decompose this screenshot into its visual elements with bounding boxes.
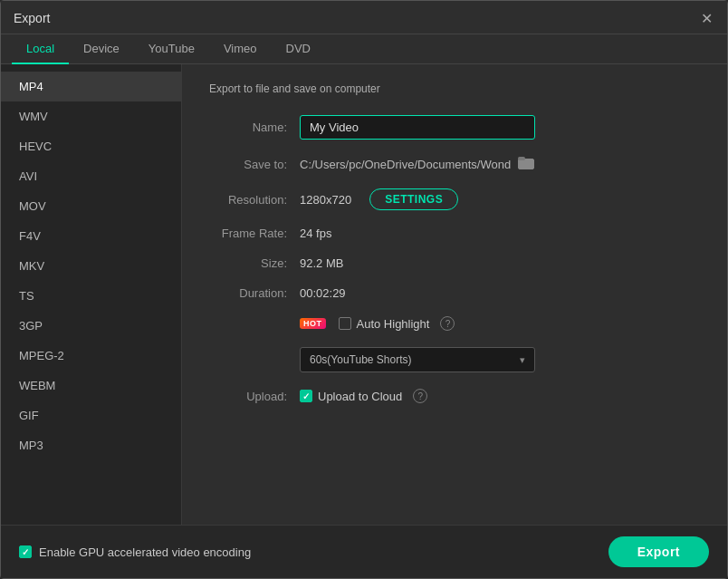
sidebar-item-mpeg2[interactable]: MPEG-2	[1, 341, 181, 371]
gpu-row: Enable GPU accelerated video encoding	[19, 545, 251, 559]
dropdown-arrow-icon: ▾	[520, 354, 525, 366]
svg-rect-1	[519, 158, 525, 160]
bottom-bar: Enable GPU accelerated video encoding Ex…	[1, 525, 727, 578]
duration-label: Duration:	[209, 286, 300, 300]
tab-dvd[interactable]: DVD	[272, 34, 325, 64]
size-row: Size: 92.2 MB	[209, 256, 700, 270]
frame-rate-row: Frame Rate: 24 fps	[209, 227, 700, 240]
save-path-text: C:/Users/pc/OneDrive/Documents/Wond	[300, 158, 511, 171]
window-title: Export	[14, 11, 50, 25]
content-area: MP4 WMV HEVC AVI MOV F4V MKV TS 3GP MPEG…	[1, 64, 727, 525]
tab-youtube[interactable]: YouTube	[134, 34, 209, 64]
duration-value: 00:02:29	[300, 286, 346, 300]
duration-row: Duration: 00:02:29	[209, 286, 700, 300]
auto-highlight-label: Auto Highlight	[357, 317, 430, 331]
export-window: Export ✕ Local Device YouTube Vimeo DVD …	[0, 0, 728, 579]
tab-bar: Local Device YouTube Vimeo DVD	[1, 34, 727, 64]
svg-rect-0	[519, 159, 534, 169]
auto-highlight-checkbox[interactable]	[339, 317, 351, 330]
title-bar: Export ✕	[1, 1, 727, 34]
export-button[interactable]: Export	[608, 536, 709, 567]
tab-local[interactable]: Local	[12, 34, 69, 64]
size-label: Size:	[209, 256, 300, 270]
sidebar-item-mkv[interactable]: MKV	[1, 251, 181, 281]
dropdown-value: 60s(YouTube Shorts)	[310, 353, 412, 366]
sidebar: MP4 WMV HEVC AVI MOV F4V MKV TS 3GP MPEG…	[1, 64, 182, 525]
name-row: Name:	[209, 115, 700, 140]
close-button[interactable]: ✕	[698, 10, 714, 26]
upload-to-cloud-area: Upload to Cloud ?	[300, 389, 427, 403]
upload-to-cloud-label: Upload to Cloud	[318, 390, 402, 403]
section-title: Export to file and save on computer	[209, 82, 700, 95]
close-icon: ✕	[701, 10, 713, 27]
sidebar-item-gif[interactable]: GIF	[1, 400, 181, 430]
gpu-checkbox[interactable]	[19, 545, 32, 558]
save-to-row: Save to: C:/Users/pc/OneDrive/Documents/…	[209, 156, 700, 172]
main-panel: Export to file and save on computer Name…	[182, 64, 727, 525]
tab-vimeo[interactable]: Vimeo	[209, 34, 272, 64]
resolution-row: Resolution: 1280x720 SETTINGS	[209, 188, 700, 210]
auto-highlight-help-icon[interactable]: ?	[440, 316, 455, 331]
dropdown-row: 60s(YouTube Shorts) ▾	[209, 347, 700, 372]
upload-help-icon[interactable]: ?	[413, 389, 427, 403]
upload-label: Upload:	[209, 390, 300, 403]
name-label: Name:	[209, 121, 300, 134]
gpu-label: Enable GPU accelerated video encoding	[39, 545, 251, 559]
sidebar-item-wmv[interactable]: WMV	[1, 101, 181, 131]
upload-row: Upload: Upload to Cloud ?	[209, 389, 700, 403]
save-to-label: Save to:	[209, 158, 300, 171]
sidebar-item-mp4[interactable]: MP4	[1, 72, 181, 101]
duration-dropdown[interactable]: 60s(YouTube Shorts) ▾	[300, 347, 535, 372]
sidebar-item-hevc[interactable]: HEVC	[1, 131, 181, 161]
auto-highlight-row: HOT Auto Highlight ?	[209, 316, 700, 331]
tab-device[interactable]: Device	[69, 34, 134, 64]
sidebar-item-ts[interactable]: TS	[1, 281, 181, 311]
sidebar-item-webm[interactable]: WEBM	[1, 371, 181, 400]
frame-rate-label: Frame Rate:	[209, 227, 300, 240]
upload-to-cloud-checkbox[interactable]	[300, 390, 312, 402]
sidebar-item-mp3[interactable]: MP3	[1, 430, 181, 460]
resolution-label: Resolution:	[209, 193, 300, 207]
resolution-value: 1280x720	[300, 193, 351, 207]
settings-button[interactable]: SETTINGS	[369, 188, 458, 210]
hot-badge: HOT	[300, 318, 326, 329]
sidebar-item-f4v[interactable]: F4V	[1, 221, 181, 251]
sidebar-item-avi[interactable]: AVI	[1, 161, 181, 191]
sidebar-item-3gp[interactable]: 3GP	[1, 311, 181, 341]
folder-icon[interactable]	[518, 156, 534, 172]
size-value: 92.2 MB	[300, 256, 343, 270]
save-path-area: C:/Users/pc/OneDrive/Documents/Wond	[300, 156, 534, 172]
sidebar-item-mov[interactable]: MOV	[1, 191, 181, 221]
frame-rate-value: 24 fps	[300, 227, 331, 240]
name-input[interactable]	[300, 115, 535, 140]
